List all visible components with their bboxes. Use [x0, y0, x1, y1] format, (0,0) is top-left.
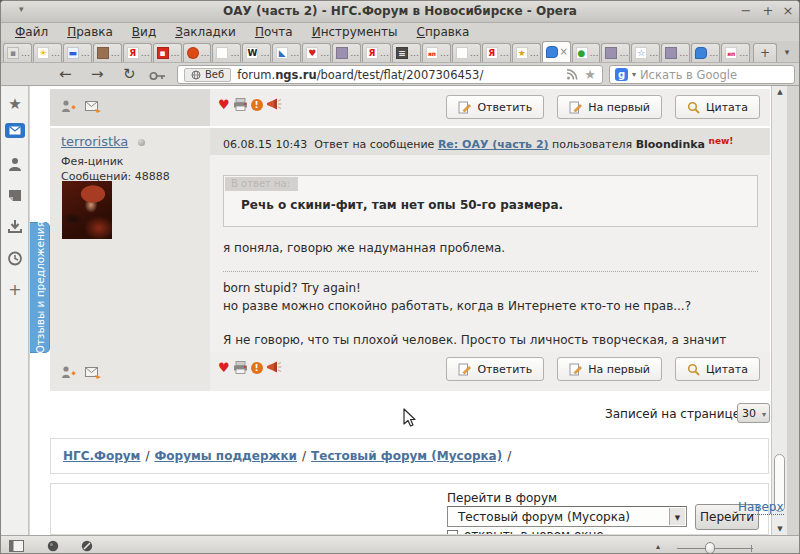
quote-button[interactable]: Цитата [675, 95, 760, 119]
tab-22[interactable]: … [661, 43, 690, 62]
megaphone-icon[interactable] [266, 361, 282, 374]
search-field[interactable]: g ▾ Искать в Google [609, 65, 795, 84]
tab-2[interactable]: ▬… [63, 43, 92, 62]
url-text[interactable]: forum.ngs.ru/board/test/flat/2007306453/ [237, 68, 560, 82]
signature-divider [223, 271, 758, 272]
back-button[interactable]: ← [59, 65, 72, 83]
menu-item-4[interactable]: Почта [255, 25, 293, 39]
first-pencil-icon [569, 101, 582, 114]
tab-18-active[interactable]: × [542, 41, 571, 62]
post-header: 06.08.15 10:43 Ответ на сообщение Re: ОА… [210, 128, 770, 155]
tab-0[interactable]: ▪… [3, 43, 32, 62]
forum-select-arrow-icon[interactable]: ▼ [669, 508, 685, 525]
tab-23[interactable]: … [691, 43, 720, 62]
tab-5[interactable]: ▪… [153, 43, 182, 62]
menu-item-5[interactable]: Инструменты [312, 25, 398, 39]
tab-7[interactable]: … [212, 43, 241, 62]
tab-11[interactable]: … [332, 43, 361, 62]
vertical-scrollbar[interactable]: ▲ ▼ [771, 86, 787, 535]
zoom-slider-thumb[interactable] [705, 542, 715, 554]
search-placeholder: Искать в Google [640, 68, 789, 82]
forward-button[interactable]: → [91, 65, 104, 83]
tab-17[interactable]: ★… [512, 43, 541, 62]
tab-16[interactable]: Я… [482, 43, 511, 62]
scroll-down-icon[interactable]: ▼ [772, 525, 788, 533]
key-icon[interactable] [149, 71, 167, 81]
tab-15[interactable]: … [452, 43, 481, 62]
mail-icon[interactable] [5, 123, 25, 138]
web-badge[interactable]: Веб [184, 68, 231, 82]
send-message-icon[interactable] [85, 366, 102, 379]
author-link[interactable]: terroristka [61, 134, 128, 149]
history-icon[interactable] [1, 251, 29, 266]
report-warning-icon[interactable]: ! [251, 362, 263, 374]
tab-19[interactable]: ●… [572, 43, 601, 62]
animal-photo-favicon [605, 47, 617, 59]
print-icon[interactable] [233, 361, 248, 374]
megaphone-icon[interactable] [266, 98, 282, 111]
like-heart-icon[interactable]: ♥ [218, 361, 230, 374]
zoom-slider-track[interactable] [677, 548, 753, 549]
opera-turbo-icon[interactable] [81, 540, 93, 552]
tab-4[interactable]: Я… [123, 43, 152, 62]
report-warning-icon[interactable]: ! [251, 99, 263, 111]
tab-9[interactable]: ◣… [272, 43, 301, 62]
menu-item-6[interactable]: Справка [417, 25, 470, 39]
close-button[interactable]: × [779, 3, 797, 18]
new-tab-button[interactable]: + [753, 43, 777, 62]
search-engine-dropdown-icon[interactable]: ▾ [632, 70, 636, 79]
tab-3[interactable]: … [93, 43, 122, 62]
menu-item-3[interactable]: Закладки [175, 25, 236, 39]
feedback-tab[interactable]: Отзывы и предложения [30, 222, 50, 353]
tab-13[interactable]: ≡… [392, 43, 421, 62]
menu-item-2[interactable]: Вид [132, 25, 156, 39]
breadcrumb-link-forum[interactable]: Тестовый форум (Мусорка) [311, 449, 502, 463]
breadcrumb-link-home[interactable]: НГС.Форум [63, 449, 140, 463]
wikipedia-favicon: W [246, 47, 258, 59]
reload-button[interactable]: ↻ [123, 65, 136, 83]
menu-item-0[interactable]: Файл [15, 25, 48, 39]
panel-toggle-icon[interactable] [9, 540, 24, 552]
send-message-icon[interactable] [85, 100, 102, 113]
notes-icon[interactable] [1, 189, 29, 202]
zoom-marker-icon[interactable]: ▴ [656, 542, 660, 551]
forum-select[interactable]: Тестовый форум (Мусорка) ▼ [447, 506, 687, 527]
downloads-icon[interactable] [1, 219, 29, 234]
tab-6[interactable]: … [183, 43, 212, 62]
breadcrumb-link-support[interactable]: Форумы поддержки [154, 449, 297, 463]
contacts-icon[interactable] [1, 157, 29, 171]
like-heart-icon[interactable]: ♥ [218, 98, 230, 111]
bookmarks-icon[interactable]: ★ [1, 95, 29, 113]
minimize-button[interactable]: − [737, 3, 755, 18]
reply-thread-link[interactable]: Re: ОАУ (часть 2) [438, 138, 549, 151]
add-panel-icon[interactable]: + [1, 280, 29, 299]
opera-unite-icon[interactable] [47, 540, 59, 552]
tab-10[interactable]: ♥… [302, 43, 331, 62]
rss-icon[interactable] [566, 69, 578, 80]
tab-overflow-icon[interactable]: ▾ [777, 47, 797, 62]
add-contact-icon[interactable] [61, 99, 77, 113]
tab-8[interactable]: W… [242, 43, 271, 62]
quote-button[interactable]: Цитата [675, 357, 760, 381]
tab-21[interactable]: ☆… [631, 43, 660, 62]
tab-14[interactable]: яп… [422, 43, 451, 62]
reply-button[interactable]: Ответить [446, 357, 544, 381]
first-post-button[interactable]: На первый [557, 95, 662, 119]
menu-item-1[interactable]: Правка [67, 25, 113, 39]
first-post-button[interactable]: На первый [557, 357, 662, 381]
reply-button[interactable]: Ответить [446, 95, 544, 119]
tab-close-icon[interactable]: × [560, 47, 568, 57]
add-contact-icon[interactable] [61, 365, 77, 379]
back-to-top-link[interactable]: Наверх [738, 500, 784, 515]
print-icon[interactable] [233, 98, 248, 111]
tab-1[interactable]: ☀… [33, 43, 62, 62]
bookmark-star-icon[interactable]: ★ [584, 68, 596, 81]
weather-favicon: ☀ [37, 47, 49, 59]
tab-20[interactable]: … [601, 43, 630, 62]
scroll-up-icon[interactable]: ▲ [772, 88, 788, 96]
url-field[interactable]: Веб forum.ngs.ru/board/test/flat/2007306… [177, 65, 603, 84]
maximize-button[interactable]: + [759, 3, 777, 18]
tab-24[interactable]: яп… [721, 43, 750, 62]
tab-12[interactable]: Я… [362, 43, 391, 62]
per-page-select[interactable]: 30 ▾ [737, 403, 770, 423]
